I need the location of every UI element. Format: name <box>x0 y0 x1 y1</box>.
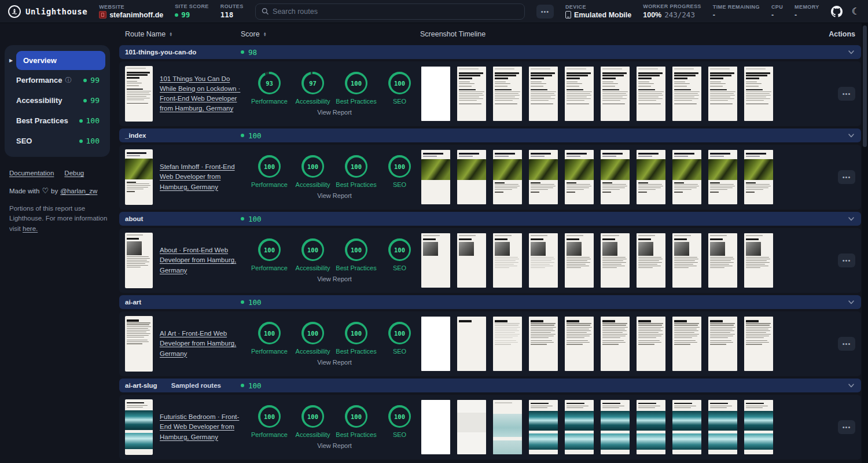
screenshot-thumbnail[interactable] <box>601 233 630 288</box>
screenshot-thumbnail[interactable] <box>125 66 153 122</box>
screenshot-thumbnail[interactable] <box>529 67 558 121</box>
screenshot-thumbnail[interactable] <box>637 233 665 288</box>
screenshot-thumbnail[interactable] <box>708 150 737 204</box>
route-title-link[interactable]: AI Art · Front-End Web Developer from Ha… <box>160 329 248 359</box>
screenshot-thumbnail[interactable] <box>565 400 594 454</box>
screenshot-thumbnail[interactable] <box>565 150 594 204</box>
search-box[interactable] <box>255 3 525 20</box>
sort-score-icon[interactable]: ▲▼ <box>263 32 267 37</box>
screenshot-thumbnail[interactable] <box>637 67 665 121</box>
screenshot-thumbnail[interactable] <box>125 233 153 288</box>
info-icon[interactable]: ⓘ <box>65 76 71 84</box>
screenshot-thumbnail[interactable] <box>421 317 450 371</box>
screenshot-thumbnail[interactable] <box>708 233 737 288</box>
dark-mode-toggle-icon[interactable]: ☾ <box>852 6 860 17</box>
documentation-link[interactable]: Documentation <box>9 170 54 177</box>
score-ring-icon[interactable]: 93 <box>258 72 281 94</box>
screenshot-thumbnail[interactable] <box>493 233 522 288</box>
screenshot-thumbnail[interactable] <box>457 317 486 371</box>
screenshot-thumbnail[interactable] <box>457 233 486 288</box>
screenshot-thumbnail[interactable] <box>125 399 153 455</box>
screenshot-thumbnail[interactable] <box>493 67 522 121</box>
notice-here-link[interactable]: here. <box>23 225 38 232</box>
route-group-row[interactable]: about 100 <box>119 212 861 226</box>
screenshot-thumbnail[interactable] <box>744 233 773 288</box>
sort-route-icon[interactable]: ▲▼ <box>169 32 172 37</box>
vertical-scrollbar[interactable] <box>862 23 868 463</box>
screenshot-thumbnail[interactable] <box>672 67 701 121</box>
row-actions-button[interactable]: ••• <box>838 253 855 267</box>
screenshot-thumbnail[interactable] <box>637 150 665 204</box>
score-ring-icon[interactable]: 100 <box>301 405 324 428</box>
sidebar-item-performance[interactable]: Performanceⓘ99 <box>9 70 105 90</box>
screenshot-thumbnail[interactable] <box>493 400 522 454</box>
score-ring-icon[interactable]: 100 <box>301 155 324 178</box>
chevron-down-icon[interactable] <box>838 298 855 306</box>
score-ring-icon[interactable]: 100 <box>258 155 281 178</box>
sidebar-item-seo[interactable]: SEO100 <box>9 131 105 151</box>
screenshot-thumbnail[interactable] <box>421 400 450 454</box>
screenshot-thumbnail[interactable] <box>672 233 701 288</box>
screenshot-thumbnail[interactable] <box>457 150 486 204</box>
screenshot-thumbnail[interactable] <box>744 150 773 204</box>
screenshot-thumbnail[interactable] <box>565 233 594 288</box>
chevron-down-icon[interactable] <box>838 131 855 139</box>
screenshot-thumbnail[interactable] <box>672 150 701 204</box>
screenshot-thumbnail[interactable] <box>421 233 450 288</box>
header-more-button[interactable]: ••• <box>536 5 554 19</box>
screenshot-thumbnail[interactable] <box>744 67 773 121</box>
route-title-link[interactable]: 101 Things You Can Do While Being on Loc… <box>160 74 248 114</box>
screenshot-thumbnail[interactable] <box>529 150 558 204</box>
route-group-row[interactable]: ai-art-slug Sampled routes 100 <box>119 379 861 392</box>
score-ring-icon[interactable]: 100 <box>345 238 367 261</box>
screenshot-thumbnail[interactable] <box>672 317 701 371</box>
screenshot-thumbnail[interactable] <box>601 67 630 121</box>
score-ring-icon[interactable]: 100 <box>258 322 281 344</box>
score-ring-icon[interactable]: 100 <box>301 238 324 261</box>
row-actions-button[interactable]: ••• <box>838 170 855 184</box>
screenshot-thumbnail[interactable] <box>457 400 486 454</box>
route-title-link[interactable]: About · Front-End Web Developer from Ham… <box>160 245 248 275</box>
github-icon[interactable] <box>831 6 843 17</box>
screenshot-thumbnail[interactable] <box>672 400 701 454</box>
route-title-link[interactable]: Futuristic Bedroom · Front-End Web Devel… <box>160 412 248 442</box>
view-report-link[interactable]: View Report <box>317 359 352 366</box>
screenshot-thumbnail[interactable] <box>637 317 665 371</box>
screenshot-thumbnail[interactable] <box>125 316 153 372</box>
screenshot-thumbnail[interactable] <box>744 400 773 454</box>
view-report-link[interactable]: View Report <box>317 275 352 282</box>
author-link[interactable]: @harlan_zw <box>60 188 97 194</box>
screenshot-thumbnail[interactable] <box>744 317 773 371</box>
screenshot-thumbnail[interactable] <box>601 150 630 204</box>
score-ring-icon[interactable]: 100 <box>345 155 367 178</box>
sidebar-item-best-practices[interactable]: Best Practices100 <box>9 111 105 131</box>
debug-link[interactable]: Debug <box>64 170 84 177</box>
sidebar-item-accessibility[interactable]: Accessibility99 <box>9 90 105 111</box>
score-ring-icon[interactable]: 100 <box>345 405 367 428</box>
view-report-link[interactable]: View Report <box>317 192 352 199</box>
screenshot-thumbnail[interactable] <box>529 233 558 288</box>
score-ring-icon[interactable]: 100 <box>388 322 411 344</box>
view-report-link[interactable]: View Report <box>317 109 352 116</box>
row-actions-button[interactable]: ••• <box>838 420 855 434</box>
score-ring-icon[interactable]: 100 <box>258 405 281 428</box>
screenshot-thumbnail[interactable] <box>457 67 486 121</box>
score-ring-icon[interactable]: 100 <box>388 155 411 178</box>
screenshot-thumbnail[interactable] <box>708 400 737 454</box>
screenshot-thumbnail[interactable] <box>565 317 594 371</box>
score-ring-icon[interactable]: 100 <box>388 72 411 94</box>
route-group-row[interactable]: _index 100 <box>119 128 861 142</box>
screenshot-thumbnail[interactable] <box>637 400 665 454</box>
view-report-link[interactable]: View Report <box>317 442 352 449</box>
screenshot-thumbnail[interactable] <box>529 400 558 454</box>
screenshot-thumbnail[interactable] <box>601 400 630 454</box>
route-title-link[interactable]: Stefan Imhoff · Front-End Web Developer … <box>160 162 248 192</box>
score-ring-icon[interactable]: 100 <box>388 238 411 261</box>
screenshot-thumbnail[interactable] <box>421 67 450 121</box>
row-actions-button[interactable]: ••• <box>838 87 855 101</box>
score-ring-icon[interactable]: 100 <box>345 322 367 344</box>
chevron-down-icon[interactable] <box>838 381 855 389</box>
chevron-down-icon[interactable] <box>838 48 855 56</box>
chevron-down-icon[interactable] <box>838 215 855 223</box>
score-ring-icon[interactable]: 100 <box>345 72 367 94</box>
